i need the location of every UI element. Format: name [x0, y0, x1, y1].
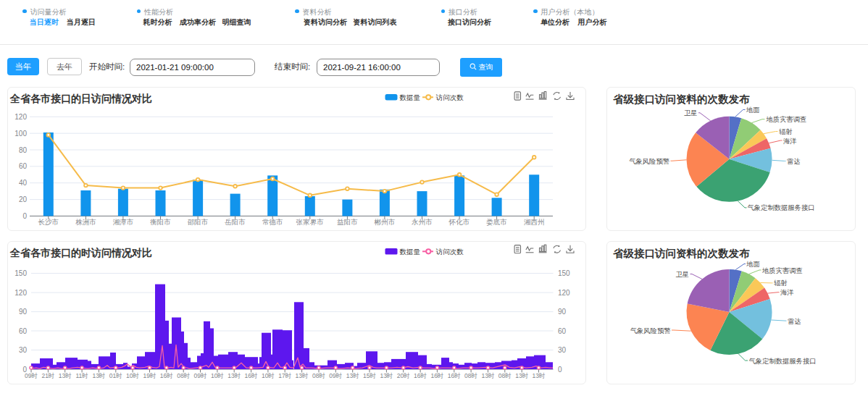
svg-text:气象风险预警: 气象风险预警 — [629, 158, 669, 165]
svg-text:80: 80 — [19, 146, 28, 154]
svg-text:地质灾害调查: 地质灾害调查 — [766, 116, 807, 123]
svg-text:湘潭市: 湘潭市 — [113, 218, 134, 226]
svg-text:张家界市: 张家界市 — [296, 218, 325, 226]
svg-text:13时: 13时 — [533, 372, 546, 379]
svg-text:13时: 13时 — [296, 372, 309, 379]
svg-text:湘西州: 湘西州 — [524, 218, 545, 226]
svg-text:10时: 10时 — [126, 372, 139, 379]
svg-text:13时: 13时 — [515, 372, 528, 379]
svg-text:16时: 16时 — [430, 372, 443, 379]
svg-text:20: 20 — [19, 195, 28, 203]
svg-text:20时: 20时 — [397, 372, 410, 379]
svg-text:15时: 15时 — [363, 372, 376, 379]
svg-text:08时: 08时 — [177, 372, 190, 379]
svg-text:省级接口访问资料的次数发布: 省级接口访问资料的次数发布 — [613, 93, 750, 105]
svg-text:120: 120 — [14, 289, 27, 297]
svg-text:数据量: 数据量 — [400, 248, 421, 256]
svg-text:16时: 16时 — [160, 372, 173, 379]
svg-text:郴州市: 郴州市 — [374, 218, 396, 226]
svg-text:娄底市: 娄底市 — [486, 218, 507, 226]
svg-text:21时: 21时 — [41, 372, 54, 379]
svg-text:08时: 08时 — [312, 372, 325, 379]
svg-text:益阳市: 益阳市 — [337, 218, 358, 226]
svg-text:全省各市接口的时访问情况对比: 全省各市接口的时访问情况对比 — [9, 247, 152, 258]
svg-text:岳阳市: 岳阳市 — [224, 218, 246, 226]
svg-text:11时: 11时 — [75, 372, 88, 379]
svg-text:13时: 13时 — [346, 372, 359, 379]
svg-text:卫星: 卫星 — [675, 271, 689, 278]
svg-text:衡阳市: 衡阳市 — [150, 218, 171, 226]
svg-text:13时: 13时 — [59, 372, 72, 379]
svg-text:海洋: 海洋 — [780, 289, 794, 296]
svg-text:永州市: 永州市 — [411, 218, 433, 226]
svg-text:90: 90 — [19, 308, 28, 316]
svg-text:全省各市接口的日访问情况对比: 全省各市接口的日访问情况对比 — [9, 93, 152, 104]
svg-text:地面: 地面 — [746, 106, 760, 114]
svg-text:120: 120 — [14, 113, 27, 121]
svg-text:株洲市: 株洲市 — [75, 218, 96, 226]
svg-text:30: 30 — [558, 346, 567, 354]
svg-text:访问次数: 访问次数 — [435, 93, 464, 101]
svg-text:19时: 19时 — [143, 372, 157, 379]
svg-text:13时: 13时 — [482, 372, 495, 379]
svg-text:怀化市: 怀化市 — [448, 218, 470, 226]
svg-text:10时: 10时 — [211, 372, 224, 379]
svg-text:长沙市: 长沙市 — [38, 218, 59, 226]
svg-text:120: 120 — [558, 289, 570, 297]
svg-text:100: 100 — [14, 130, 27, 138]
svg-text:气象定制数据服务接口: 气象定制数据服务接口 — [748, 204, 815, 211]
svg-text:60: 60 — [19, 162, 28, 170]
svg-text:09时: 09时 — [25, 372, 38, 379]
svg-text:09时: 09时 — [194, 372, 207, 379]
svg-text:30: 30 — [19, 346, 28, 354]
svg-text:雷达: 雷达 — [787, 158, 801, 165]
svg-text:省级接口访问资料的次数发布: 省级接口访问资料的次数发布 — [613, 248, 750, 259]
svg-text:60: 60 — [19, 327, 28, 335]
svg-text:16时: 16时 — [414, 372, 427, 379]
svg-text:13时: 13时 — [228, 372, 241, 379]
svg-text:08时: 08时 — [464, 372, 477, 379]
svg-text:150: 150 — [558, 269, 570, 277]
svg-text:08时: 08时 — [498, 372, 512, 379]
svg-text:辐射: 辐射 — [779, 128, 793, 135]
svg-text:雷达: 雷达 — [788, 318, 801, 325]
svg-text:数据量: 数据量 — [400, 93, 421, 101]
svg-text:辐射: 辐射 — [774, 279, 788, 287]
svg-text:01时: 01时 — [109, 372, 122, 379]
svg-text:09时: 09时 — [329, 372, 342, 379]
svg-text:90: 90 — [558, 308, 567, 316]
svg-text:10时: 10时 — [262, 372, 275, 379]
svg-text:常德市: 常德市 — [262, 218, 283, 226]
svg-text:40: 40 — [19, 179, 28, 187]
svg-text:0: 0 — [22, 212, 27, 220]
svg-text:地面: 地面 — [746, 261, 760, 268]
svg-text:16时: 16时 — [245, 372, 258, 379]
svg-text:16时: 16时 — [448, 372, 461, 379]
svg-text:13时: 13时 — [92, 372, 105, 379]
svg-text:150: 150 — [14, 269, 27, 277]
svg-text:访问次数: 访问次数 — [435, 248, 464, 256]
svg-text:邵阳市: 邵阳市 — [188, 218, 209, 226]
svg-text:卫星: 卫星 — [684, 109, 698, 117]
svg-text:海洋: 海洋 — [783, 138, 797, 145]
svg-text:气象风险预警: 气象风险预警 — [630, 327, 671, 334]
svg-text:地质灾害调查: 地质灾害调查 — [761, 267, 803, 274]
svg-text:气象定制数据服务接口: 气象定制数据服务接口 — [749, 358, 817, 365]
svg-text:13时: 13时 — [380, 372, 393, 379]
svg-text:0: 0 — [558, 366, 562, 374]
svg-text:60: 60 — [558, 327, 567, 335]
svg-text:17时: 17时 — [278, 372, 291, 379]
